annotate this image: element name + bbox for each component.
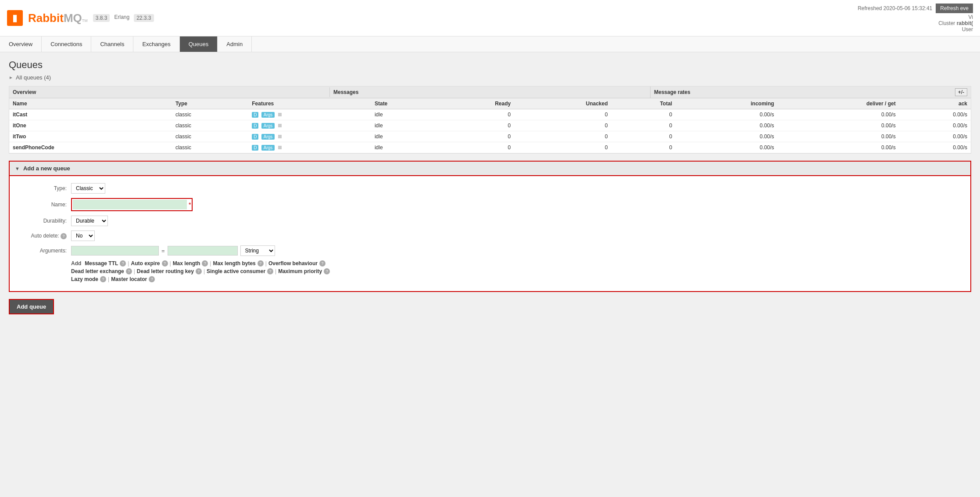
name-label: Name: <box>18 202 67 208</box>
row-name[interactable]: sendPhoneCode <box>9 142 172 153</box>
row-ack: 0.00/s <box>899 120 971 131</box>
header: ▮ Rabbit MQ TM 3.8.3 Erlang 22.3.3 Refre… <box>0 0 980 36</box>
args-value-input[interactable] <box>168 246 238 256</box>
arg-dead-letter-exchange[interactable]: Dead letter exchange <box>71 268 124 274</box>
arg-dead-letter-routing-key[interactable]: Dead letter routing key <box>137 268 194 274</box>
args-key-input[interactable] <box>71 246 159 256</box>
cluster-label: Cluster <box>938 20 955 26</box>
args-type-select[interactable]: String Number Boolean <box>240 245 275 256</box>
row-type: classic <box>172 142 248 153</box>
row-type: classic <box>172 109 248 120</box>
header-right: Refreshed 2020-05-06 15:32:41 Refresh ev… <box>858 4 973 32</box>
cluster-name: rabbit( <box>957 20 973 26</box>
logo-area: ▮ Rabbit MQ TM 3.8.3 Erlang 22.3.3 <box>7 10 154 26</box>
type-select[interactable]: Classic Quorum <box>71 183 105 194</box>
col-total: Total <box>612 98 676 109</box>
add-queue-collapse-icon: ▼ <box>15 166 20 171</box>
toggle-triangle-icon: ► <box>9 75 13 80</box>
arg-max-length[interactable]: Max length <box>173 260 200 267</box>
row-deliver-get: 0.00/s <box>778 142 899 153</box>
type-row: Type: Classic Quorum <box>18 183 962 194</box>
add-queue-header[interactable]: ▼ Add a new queue <box>10 162 970 176</box>
auto-delete-label: Auto delete: ? <box>18 233 67 239</box>
logo-tm: TM <box>82 18 88 23</box>
col-ready: Ready <box>438 98 514 109</box>
rates-section-label: Message rates +/- <box>650 86 971 98</box>
arg-overflow-behaviour[interactable]: Overflow behaviour <box>268 260 318 267</box>
maximum-priority-help[interactable]: ? <box>324 268 330 274</box>
nav-queues[interactable]: Queues <box>180 36 218 52</box>
row-unacked: 0 <box>514 120 611 131</box>
all-queues-toggle[interactable]: ► All queues (4) <box>9 74 971 81</box>
row-name[interactable]: itOne <box>9 120 172 131</box>
row-deliver-get: 0.00/s <box>778 120 899 131</box>
row-ready: 0 <box>438 120 514 131</box>
overview-section-label: Overview <box>9 87 329 97</box>
overflow-behaviour-help[interactable]: ? <box>319 260 325 267</box>
nav-connections[interactable]: Connections <box>42 36 91 52</box>
messages-section-label: Messages <box>329 87 650 97</box>
table-row: itCast classic D Args idle 0 0 0 0.00/s … <box>9 109 971 120</box>
row-state: idle <box>371 142 438 153</box>
arg-single-active-consumer[interactable]: Single active consumer <box>207 268 265 274</box>
erlang-label: Erlang <box>114 14 129 22</box>
auto-delete-select[interactable]: No Yes <box>71 230 95 241</box>
queues-table-wrapper: Overview Messages Message rates +/- Name… <box>9 86 971 154</box>
user-label: User <box>962 26 973 32</box>
plus-minus-button[interactable]: +/- <box>955 88 967 96</box>
row-state: idle <box>371 131 438 142</box>
master-locator-help[interactable]: ? <box>149 276 155 282</box>
row-type: classic <box>172 131 248 142</box>
name-input[interactable] <box>73 200 187 209</box>
table-section-headers: Overview Messages Message rates +/- <box>9 86 971 98</box>
arg-auto-expire[interactable]: Auto expire <box>131 260 160 267</box>
row-features: D Args <box>248 109 371 120</box>
name-input-wrapper: * <box>71 198 193 211</box>
row-total: 0 <box>612 142 676 153</box>
refresh-button[interactable]: Refresh eve <box>936 4 973 13</box>
row-name[interactable]: itCast <box>9 109 172 120</box>
row-name[interactable]: itTwo <box>9 131 172 142</box>
auto-expire-help[interactable]: ? <box>162 260 168 267</box>
row-state: idle <box>371 120 438 131</box>
single-active-consumer-help[interactable]: ? <box>267 268 273 274</box>
col-ack: ack <box>899 98 971 109</box>
page-title: Queues <box>9 59 971 71</box>
row-incoming: 0.00/s <box>676 120 777 131</box>
row-ready: 0 <box>438 131 514 142</box>
version-info: 3.8.3 Erlang 22.3.3 <box>93 14 154 22</box>
durability-select[interactable]: Durable Transient <box>71 216 108 226</box>
row-features: D Args <box>248 142 371 153</box>
nav-exchanges[interactable]: Exchanges <box>133 36 179 52</box>
type-label: Type: <box>18 185 67 191</box>
row-ack: 0.00/s <box>899 109 971 120</box>
row-unacked: 0 <box>514 131 611 142</box>
dead-letter-routing-key-help[interactable]: ? <box>196 268 202 274</box>
row-features: D Args <box>248 131 371 142</box>
logo-mq: MQ <box>64 11 82 25</box>
arguments-row: Arguments: = String Number Boolean <box>18 245 962 256</box>
message-ttl-help[interactable]: ? <box>120 260 126 267</box>
arg-maximum-priority[interactable]: Maximum priority <box>278 268 322 274</box>
auto-delete-help-icon[interactable]: ? <box>61 233 67 239</box>
dead-letter-exchange-help[interactable]: ? <box>126 268 132 274</box>
arg-max-length-bytes[interactable]: Max length bytes <box>213 260 255 267</box>
lazy-mode-help[interactable]: ? <box>100 276 106 282</box>
table-row: itOne classic D Args idle 0 0 0 0.00/s 0… <box>9 120 971 131</box>
nav-channels[interactable]: Channels <box>91 36 133 52</box>
max-length-bytes-help[interactable]: ? <box>258 260 264 267</box>
arg-message-ttl[interactable]: Message TTL <box>85 260 118 267</box>
refreshed-label: Refreshed 2020-05-06 15:32:41 <box>858 5 932 11</box>
all-queues-label: All queues (4) <box>16 74 51 81</box>
add-label: Add <box>71 260 81 267</box>
arg-master-locator[interactable]: Master locator <box>111 276 147 282</box>
nav-overview[interactable]: Overview <box>0 36 42 52</box>
args-equals: = <box>161 248 165 254</box>
add-queue-button[interactable]: Add queue <box>9 299 54 314</box>
arg-lazy-mode[interactable]: Lazy mode <box>71 276 98 282</box>
nav-admin[interactable]: Admin <box>218 36 252 52</box>
max-length-help[interactable]: ? <box>202 260 208 267</box>
auto-delete-row: Auto delete: ? No Yes <box>18 230 962 241</box>
durability-label: Durability: <box>18 218 67 224</box>
erlang-version: 22.3.3 <box>134 14 154 22</box>
